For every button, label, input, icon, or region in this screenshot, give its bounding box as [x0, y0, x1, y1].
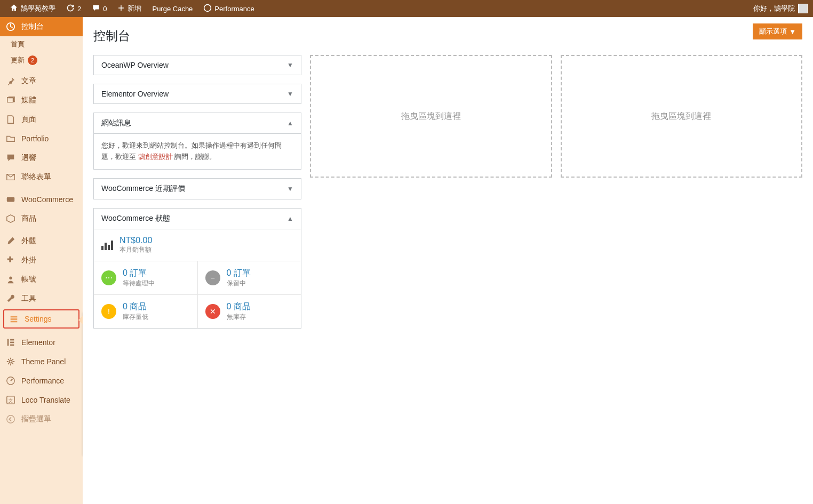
chevron-down-icon: ▼	[287, 90, 293, 98]
gear-icon	[5, 356, 16, 367]
dropzone-1[interactable]: 拖曳區塊到這裡	[310, 55, 552, 178]
metabox-wc-recent: WooCommerce 近期評價 ▼	[93, 178, 301, 199]
metabox-title: Elementor Overview	[101, 90, 169, 98]
site-link[interactable]: 鵠學苑教學	[5, 0, 60, 17]
sidebar-theme-panel[interactable]: Theme Panel	[0, 352, 83, 371]
svg-rect-10	[10, 345, 14, 346]
home-icon	[10, 4, 18, 14]
sidebar-woocommerce[interactable]: WooCommerce	[0, 190, 83, 209]
wc-sales-cell[interactable]: NT$0.00 本月銷售額	[94, 229, 301, 261]
content-header: 控制台	[93, 28, 802, 44]
new-label: 新增	[127, 4, 141, 13]
gauge-icon	[5, 375, 16, 386]
wc-orders-hold[interactable]: − 0 訂單 保留中	[198, 261, 301, 294]
svg-rect-7	[7, 339, 9, 346]
wc-label: 庫存量低	[123, 313, 148, 322]
refresh-icon	[66, 4, 75, 14]
sidebar-loco[interactable]: 文 Loco Translate	[0, 390, 83, 410]
sidebar-performance[interactable]: Performance	[0, 371, 83, 390]
sidebar-appearance[interactable]: 外觀	[0, 231, 83, 251]
plus-icon	[117, 4, 125, 13]
woo-icon	[5, 194, 16, 205]
metabox-wc-status: WooCommerce 狀態 ▲ NT$0.00 本月銷售額	[93, 208, 301, 329]
sidebar-comments[interactable]: 迴響	[0, 148, 83, 167]
admin-toolbar: 鵠學苑教學 2 0 新增 Purge Cache Performance 你好，…	[0, 0, 813, 17]
screen-options-button[interactable]: 顯示選項 ▼	[753, 23, 802, 39]
comments-link[interactable]: 0	[87, 0, 111, 17]
minus-icon: −	[205, 270, 220, 285]
metabox-header[interactable]: OceanWP Overview ▼	[94, 55, 301, 75]
sidebar-posts[interactable]: 文章	[0, 71, 83, 91]
page-title: 控制台	[93, 28, 130, 44]
sidebar-updates[interactable]: 更新 2	[0, 52, 83, 68]
sidebar-dashboard[interactable]: 控制台	[0, 17, 83, 36]
svg-rect-6	[11, 321, 18, 323]
performance-link[interactable]: Performance	[199, 0, 258, 17]
toolbar-left: 鵠學苑教學 2 0 新增 Purge Cache Performance	[5, 0, 259, 17]
purge-cache-link[interactable]: Purge Cache	[148, 0, 197, 17]
sidebar-settings[interactable]: Settings	[3, 309, 79, 329]
comment-icon	[92, 4, 100, 14]
comments-count: 0	[103, 5, 107, 13]
toolbar-right[interactable]: 你好，鵠學院	[753, 4, 808, 13]
gauge-icon	[203, 4, 212, 14]
wc-low-stock[interactable]: ! 0 商品 庫存量低	[94, 295, 198, 328]
metabox-title: 網站訊息	[101, 118, 131, 128]
main-container: 控制台 首頁 更新 2 文章 媒體 頁面 Portfolio 迴響	[0, 17, 813, 504]
sidebar-home[interactable]: 首頁	[0, 36, 83, 52]
plugin-icon	[5, 255, 16, 266]
wc-amount: 0 商品	[123, 301, 148, 313]
sidebar-elementor[interactable]: Elementor	[0, 333, 83, 352]
sidebar-label: 控制台	[21, 22, 44, 31]
chevron-down-icon: ▼	[789, 28, 796, 36]
wc-no-stock[interactable]: ✕ 0 商品 無庫存	[198, 295, 301, 328]
updates-badge: 2	[28, 55, 37, 65]
site-name: 鵠學苑教學	[21, 4, 55, 13]
metabox-header[interactable]: Elementor Overview ▼	[94, 84, 301, 103]
sidebar-plugins[interactable]: 外掛	[0, 251, 83, 270]
page-icon	[5, 114, 16, 125]
metabox-body: 您好，歡迎來到網站控制台。如果操作過程中有遇到任何問題，歡迎至 鵠創意設計 詢問…	[94, 134, 301, 169]
bars-icon	[101, 239, 113, 250]
admin-sidebar: 控制台 首頁 更新 2 文章 媒體 頁面 Portfolio 迴響	[0, 17, 83, 504]
comment-icon	[5, 153, 16, 163]
content-area: 顯示選項 ▼ 控制台 OceanWP Overview ▼ Elementor …	[83, 17, 813, 504]
svg-rect-9	[10, 342, 14, 343]
new-content-link[interactable]: 新增	[113, 0, 146, 17]
pin-icon	[5, 76, 16, 86]
translate-icon: 文	[5, 395, 16, 405]
sidebar-pages[interactable]: 頁面	[0, 110, 83, 129]
sidebar-contact[interactable]: 聯絡表單	[0, 167, 83, 187]
product-icon	[5, 213, 16, 224]
sidebar-portfolio[interactable]: Portfolio	[0, 129, 83, 148]
sidebar-collapse[interactable]: 摺疊選單	[0, 410, 83, 429]
wc-status-body: NT$0.00 本月銷售額 ⋯ 0 訂單 等待處理中	[94, 229, 301, 328]
dropzone-2[interactable]: 拖曳區塊到這裡	[561, 55, 803, 178]
updates-link[interactable]: 2	[62, 0, 85, 17]
svg-text:文: 文	[9, 398, 13, 403]
chevron-up-icon: ▲	[287, 119, 293, 127]
folder-icon	[5, 133, 16, 144]
metabox-header[interactable]: WooCommerce 近期評價 ▼	[94, 179, 301, 199]
metabox-header[interactable]: WooCommerce 狀態 ▲	[94, 209, 301, 229]
wc-orders-pending[interactable]: ⋯ 0 訂單 等待處理中	[94, 261, 198, 294]
metabox-site-info: 網站訊息 ▲ 您好，歡迎來到網站控制台。如果操作過程中有遇到任何問題，歡迎至 鵠…	[93, 113, 301, 170]
sidebar-tools[interactable]: 工具	[0, 289, 83, 308]
sidebar-media[interactable]: 媒體	[0, 91, 83, 110]
wrench-icon	[5, 293, 16, 304]
dashboard-row: OceanWP Overview ▼ Elementor Overview ▼ …	[93, 55, 802, 337]
elementor-icon	[5, 337, 16, 348]
metabox-title: WooCommerce 狀態	[101, 214, 170, 223]
sidebar-products[interactable]: 商品	[0, 209, 83, 228]
svg-point-3	[9, 277, 12, 279]
metabox-header[interactable]: 網站訊息 ▲	[94, 113, 301, 134]
metabox-elementor: Elementor Overview ▼	[93, 84, 301, 104]
site-info-link[interactable]: 鵠創意設計	[138, 153, 173, 161]
sidebar-users[interactable]: 帳號	[0, 270, 83, 289]
media-icon	[5, 95, 16, 106]
wc-amount: 0 商品	[227, 301, 251, 313]
purge-cache-label: Purge Cache	[152, 5, 193, 13]
greeting-text: 你好，鵠學院	[753, 4, 795, 13]
dashboard-col-1: OceanWP Overview ▼ Elementor Overview ▼ …	[93, 55, 301, 337]
performance-label: Performance	[214, 5, 254, 13]
